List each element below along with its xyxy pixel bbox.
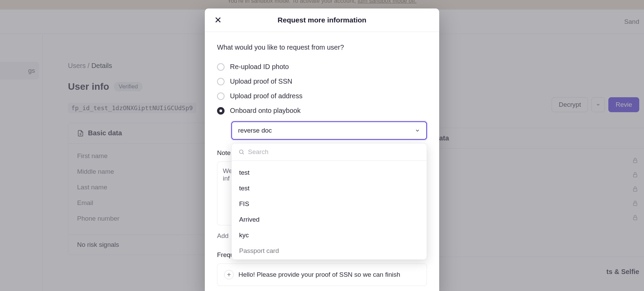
radio-label: Upload proof of SSN: [230, 78, 292, 85]
radio-circle-icon: [217, 78, 225, 85]
radio-reupload-id[interactable]: Re-upload ID photo: [217, 59, 427, 74]
radio-onboard-playbook[interactable]: Onboard onto playbook: [217, 103, 427, 118]
dropdown-item[interactable]: test: [232, 165, 427, 181]
frequent-note-item[interactable]: + Hello! Please provide your proof of SS…: [217, 263, 427, 286]
radio-circle-icon: [217, 92, 225, 100]
playbook-select[interactable]: reverse doc: [231, 121, 427, 140]
radio-proof-ssn[interactable]: Upload proof of SSN: [217, 74, 427, 89]
close-icon[interactable]: ✕: [214, 16, 222, 24]
modal-title: Request more information: [214, 16, 430, 24]
select-value: reverse doc: [238, 127, 272, 134]
radio-label: Re-upload ID photo: [230, 63, 289, 71]
dropdown-item[interactable]: Passport card: [232, 243, 427, 259]
modal-header: ✕ Request more information: [205, 8, 439, 32]
radio-proof-address[interactable]: Upload proof of address: [217, 89, 427, 103]
radio-label: Onboard onto playbook: [230, 107, 301, 115]
dropdown-item[interactable]: kyc: [232, 227, 427, 243]
dropdown-search-input[interactable]: [248, 148, 420, 156]
dropdown-item[interactable]: FIS: [232, 196, 427, 212]
svg-line-8: [243, 153, 244, 154]
search-icon: [238, 149, 245, 155]
dropdown-item[interactable]: test: [232, 181, 427, 196]
radio-circle-icon: [217, 63, 225, 71]
request-info-modal: ✕ Request more information What would yo…: [205, 8, 439, 291]
playbook-dropdown: test test FIS Arrived kyc Passport card: [231, 143, 427, 260]
radio-label: Upload proof of address: [230, 92, 302, 100]
svg-point-7: [239, 150, 243, 154]
chevron-down-icon: [415, 128, 420, 133]
frequent-note-text: Hello! Please provide your proof of SSN …: [238, 271, 400, 278]
modal-prompt: What would you like to request from user…: [217, 44, 427, 51]
radio-circle-icon: [217, 107, 225, 115]
dropdown-item[interactable]: Arrived: [232, 212, 427, 227]
plus-icon: +: [224, 270, 234, 279]
